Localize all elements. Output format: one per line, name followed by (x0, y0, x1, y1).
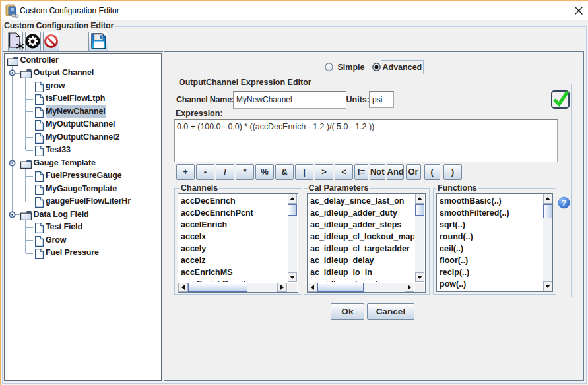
svg-text:?: ? (562, 198, 567, 208)
